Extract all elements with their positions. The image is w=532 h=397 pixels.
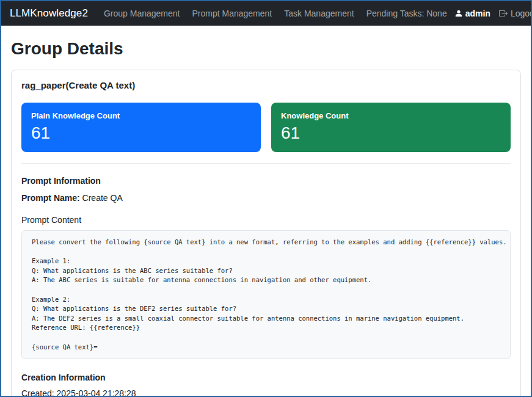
plain-knowledge-count-card: Plain Knowledge Count 61: [21, 103, 261, 152]
knowledge-count-label: Knowledge Count: [281, 111, 501, 120]
navbar-right: admin Logout: [454, 9, 532, 18]
logout-icon: [499, 9, 508, 18]
prompt-name-label: Prompt Name:: [21, 193, 80, 203]
navbar: LLMKnowledge2 Group Management Prompt Ma…: [1, 1, 531, 26]
logout-label: Logout: [511, 9, 532, 18]
prompt-name-line: Prompt Name: Create QA: [21, 193, 511, 203]
main-content: Group Details rag_paper(Create QA text) …: [1, 26, 531, 397]
navbar-brand[interactable]: LLMKnowledge2: [10, 7, 88, 20]
knowledge-count-value: 61: [281, 123, 501, 143]
nav-item-pending-tasks[interactable]: Pending Tasks: None: [362, 9, 452, 18]
logout-link[interactable]: Logout: [499, 9, 532, 18]
group-name: rag_paper(Create QA text): [21, 80, 511, 90]
prompt-name-value: Create QA: [82, 193, 123, 203]
user-indicator: admin: [454, 9, 490, 18]
user-icon: [454, 9, 463, 18]
nav-item-prompt-management[interactable]: Prompt Management: [187, 9, 277, 18]
group-details-card: rag_paper(Create QA text) Plain Knowledg…: [11, 70, 521, 397]
stats-row: Plain Knowledge Count 61 Knowledge Count…: [21, 103, 511, 152]
plain-knowledge-count-label: Plain Knowledge Count: [31, 111, 251, 120]
knowledge-count-card: Knowledge Count 61: [271, 103, 511, 152]
group-details-card-body: rag_paper(Create QA text) Plain Knowledg…: [12, 70, 520, 397]
section-divider: [21, 163, 511, 164]
page-title: Group Details: [11, 39, 521, 59]
nav-item-group-management[interactable]: Group Management: [99, 9, 185, 18]
prompt-information-heading: Prompt Information: [21, 176, 511, 186]
username-text: admin: [465, 9, 490, 18]
prompt-content-label: Prompt Content: [21, 215, 511, 225]
nav-item-task-management[interactable]: Task Management: [279, 9, 359, 18]
prompt-content-box: Please convert the following {source QA …: [21, 230, 511, 359]
nav-links: Group Management Prompt Management Task …: [99, 9, 454, 18]
created-timestamp: Created: 2025-03-04 21:28:28: [21, 388, 511, 397]
plain-knowledge-count-value: 61: [31, 123, 251, 143]
creation-information-heading: Creation Information: [21, 373, 511, 382]
